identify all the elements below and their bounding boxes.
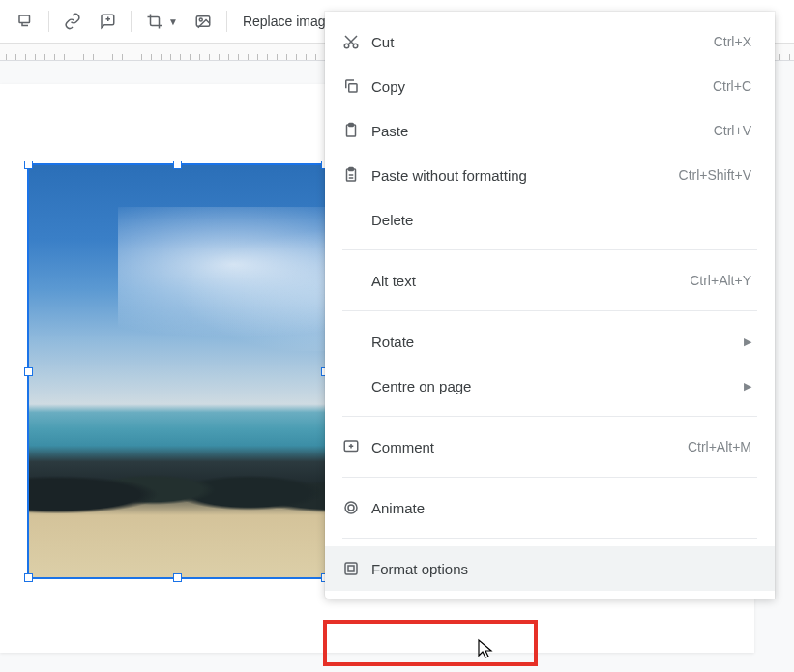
paste-icon <box>342 122 371 139</box>
svg-rect-13 <box>349 168 354 171</box>
paint-format-icon[interactable] <box>8 4 43 39</box>
format-options-icon <box>342 560 371 577</box>
menu-label: Animate <box>371 500 751 516</box>
image-placeholder <box>29 165 325 577</box>
menu-item-animate[interactable]: Animate <box>325 485 775 530</box>
menu-divider <box>342 477 757 478</box>
submenu-arrow-icon: ▶ <box>744 380 751 393</box>
add-comment-icon <box>342 438 371 455</box>
menu-divider <box>342 538 757 539</box>
link-icon[interactable] <box>55 4 90 39</box>
menu-item-rotate[interactable]: Rotate ▶ <box>325 319 775 364</box>
menu-label: Centre on page <box>371 378 744 394</box>
resize-handle-bm[interactable] <box>173 573 182 582</box>
menu-item-cut[interactable]: Cut Ctrl+X <box>325 19 775 64</box>
menu-label: Rotate <box>371 334 744 350</box>
menu-item-paste[interactable]: Paste Ctrl+V <box>325 108 775 153</box>
resize-handle-bl[interactable] <box>24 573 33 582</box>
toolbar-separator <box>131 11 132 32</box>
copy-icon <box>342 77 371 95</box>
svg-rect-11 <box>349 124 354 127</box>
menu-item-paste-without-formatting[interactable]: Paste without formatting Ctrl+Shift+V <box>325 153 775 197</box>
menu-label: Copy <box>371 78 713 95</box>
menu-item-delete[interactable]: Delete <box>325 197 775 242</box>
svg-rect-9 <box>349 84 357 92</box>
menu-shortcut: Ctrl+X <box>714 34 751 49</box>
crop-icon[interactable] <box>137 4 172 39</box>
submenu-arrow-icon: ▶ <box>744 336 751 348</box>
menu-item-alt-text[interactable]: Alt text Ctrl+Alt+Y <box>325 258 775 303</box>
menu-shortcut: Ctrl+Alt+Y <box>690 273 751 288</box>
resize-handle-tm[interactable] <box>173 161 182 169</box>
svg-rect-22 <box>348 566 354 571</box>
menu-shortcut: Ctrl+Shift+V <box>679 167 751 183</box>
menu-label: Comment <box>371 439 688 455</box>
crop-dropdown-arrow[interactable]: ▼ <box>168 16 186 27</box>
comment-icon[interactable] <box>90 4 125 39</box>
menu-shortcut: Ctrl+Alt+M <box>688 439 751 454</box>
menu-item-copy[interactable]: Copy Ctrl+C <box>325 64 775 108</box>
paste-plain-icon <box>342 166 371 184</box>
menu-label: Format options <box>371 561 751 577</box>
svg-point-4 <box>199 18 202 21</box>
animate-icon <box>342 499 371 516</box>
menu-shortcut: Ctrl+C <box>713 78 751 94</box>
menu-shortcut: Ctrl+V <box>714 123 751 138</box>
menu-item-comment[interactable]: Comment Ctrl+Alt+M <box>325 424 775 469</box>
menu-item-format-options[interactable]: Format options <box>325 546 775 591</box>
selected-image[interactable] <box>27 163 327 579</box>
resize-handle-tl[interactable] <box>24 161 33 169</box>
menu-divider <box>342 249 757 250</box>
resize-handle-ml[interactable] <box>24 367 33 376</box>
svg-point-19 <box>345 502 357 513</box>
menu-label: Paste without formatting <box>371 167 679 184</box>
svg-point-20 <box>348 505 354 511</box>
menu-label: Delete <box>371 212 751 228</box>
toolbar-separator <box>226 11 227 32</box>
toolbar-separator <box>48 11 49 32</box>
svg-point-6 <box>353 44 358 48</box>
svg-rect-21 <box>345 563 357 574</box>
menu-label: Cut <box>371 34 714 50</box>
menu-divider <box>342 416 757 417</box>
svg-rect-0 <box>19 15 30 23</box>
menu-label: Paste <box>371 123 714 139</box>
cut-icon <box>342 33 371 50</box>
menu-divider <box>342 310 757 311</box>
svg-point-5 <box>344 44 349 48</box>
menu-item-centre-on-page[interactable]: Centre on page ▶ <box>325 364 775 408</box>
mask-image-icon[interactable] <box>186 4 221 39</box>
context-menu: Cut Ctrl+X Copy Ctrl+C Paste Ctrl+V Past… <box>325 12 775 599</box>
menu-label: Alt text <box>371 273 690 289</box>
